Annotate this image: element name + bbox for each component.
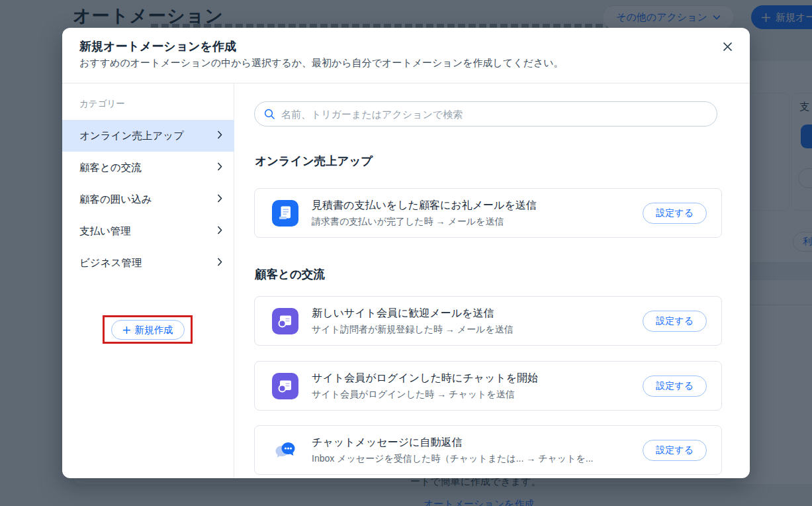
template-card-chat-autoreply[interactable]: チャットメッセージに自動返信 Inbox メッセージを受信した時（チャットまたは… [254,425,722,475]
card-title: チャットメッセージに自動返信 [312,436,594,450]
card-subtitle: Inbox メッセージを受信した時（チャットまたは... → チャットを... [312,453,594,465]
sidebar-item-customer-engagement[interactable]: 顧客との交流 [62,152,234,183]
member-icon [272,373,298,399]
modal-title: 新規オートメーションを作成 [79,38,236,54]
sidebar-item-payment-management[interactable]: 支払い管理 [62,215,234,247]
plus-icon [123,327,130,334]
template-card-welcome-mail[interactable]: 新しいサイト会員に歓迎メールを送信 サイト訪問者が新規登録した時 → メールを送… [254,296,722,346]
section-title-customer-engagement: 顧客との交流 [255,266,325,282]
sidebar-item-label: 顧客の囲い込み [79,193,152,207]
create-automation-modal: 新規オートメーションを作成 おすすめのオートメーションの中から選択するか、最初か… [62,28,750,478]
chevron-right-icon [217,193,222,205]
chevron-right-icon [217,257,222,269]
card-title: 見積書の支払いをした顧客にお礼メールを送信 [312,199,537,213]
sidebar-item-customer-retention[interactable]: 顧客の囲い込み [62,183,234,215]
card-title: サイト会員がログインした時にチャットを開始 [312,372,538,385]
setup-button[interactable]: 設定する [643,376,707,397]
search-input[interactable] [281,109,707,120]
invoice-icon [272,200,298,227]
sidebar-item-label: 支払い管理 [79,225,131,238]
new-create-label: 新規作成 [135,324,173,336]
chevron-right-icon [217,225,222,237]
search-icon [264,109,275,120]
sidebar-item-online-sales[interactable]: オンライン売上アップ [62,120,234,152]
chat-icon [272,437,298,464]
template-search [254,101,717,126]
setup-button[interactable]: 設定する [643,311,707,332]
close-button[interactable] [717,36,738,57]
card-title: 新しいサイト会員に歓迎メールを送信 [312,307,514,321]
sidebar-item-business-management[interactable]: ビジネス管理 [62,247,234,279]
category-sidebar: カテゴリー オンライン売上アップ 顧客との交流 顧客の囲い込み 支払い管理 ビジ… [62,83,234,478]
modal-subtitle: おすすめのオートメーションの中から選択するか、最初から自分でオートメーションを作… [79,57,564,70]
chevron-right-icon [217,130,222,142]
chevron-right-icon [217,162,222,174]
setup-button[interactable]: 設定する [643,440,707,461]
section-title-online-sales: オンライン売上アップ [255,153,373,169]
category-heading: カテゴリー [79,98,125,110]
new-create-button[interactable]: 新規作成 [111,320,185,340]
close-icon [723,42,733,52]
setup-button[interactable]: 設定する [643,203,707,224]
template-card-invoice-thanks[interactable]: 見積書の支払いをした顧客にお礼メールを送信 請求書の支払いが完了した時 → メー… [254,188,722,238]
card-subtitle: サイト会員がログインした時 → チャットを送信 [312,389,538,401]
card-subtitle: サイト訪問者が新規登録した時 → メールを送信 [312,324,514,336]
card-subtitle: 請求書の支払いが完了した時 → メールを送信 [312,216,537,228]
sidebar-item-label: オンライン売上アップ [79,129,184,143]
templates-panel: オンライン売上アップ 見積書の支払いをした顧客にお礼メールを送信 請求書の支払い… [235,83,750,478]
member-icon [272,308,298,334]
sidebar-item-label: 顧客との交流 [79,161,142,175]
template-card-login-chat[interactable]: サイト会員がログインした時にチャットを開始 サイト会員がログインした時 → チャ… [254,361,722,411]
sidebar-item-label: ビジネス管理 [79,256,142,270]
